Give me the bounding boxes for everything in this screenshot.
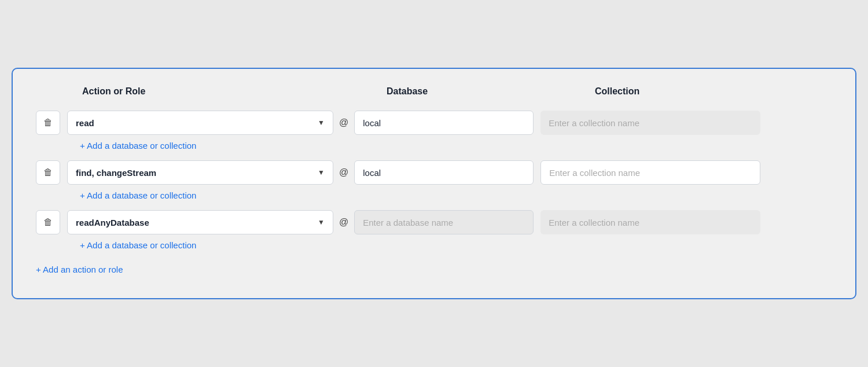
database-input-2[interactable] [354,160,534,185]
at-symbol-3: @ [339,217,348,227]
add-action-role-link[interactable]: + Add an action or role [36,265,123,274]
add-db-col-row-1: + Add a database or collection [36,141,832,151]
action-select-2[interactable]: find, changeStream ▼ [67,160,333,185]
database-input-3[interactable] [354,210,534,234]
delete-button-2[interactable]: 🗑 [36,160,60,185]
header-collection: Collection [595,86,815,97]
add-action-row: + Add an action or role [36,265,832,275]
action-value-3: readAnyDatabase [76,218,149,227]
permission-row-1: 🗑 read ▼ @ + Add a database or collectio… [36,111,832,151]
add-db-col-row-3: + Add a database or collection [36,240,832,251]
database-input-1[interactable] [354,111,534,135]
row-main-1: 🗑 read ▼ @ [36,111,832,135]
permissions-table: Action or Role Database Collection 🗑 rea… [12,68,856,299]
action-select-1[interactable]: read ▼ [67,111,333,135]
at-symbol-1: @ [339,118,348,128]
row-main-3: 🗑 readAnyDatabase ▼ @ [36,210,832,234]
add-database-collection-link-3[interactable]: + Add a database or collection [80,240,196,250]
chevron-down-icon-2: ▼ [318,168,325,177]
trash-icon-1: 🗑 [43,118,53,128]
collection-input-3[interactable] [540,210,760,234]
at-symbol-2: @ [339,167,348,178]
action-select-3[interactable]: readAnyDatabase ▼ [67,210,333,234]
trash-icon-3: 🗑 [43,217,53,227]
table-header: Action or Role Database Collection [36,86,832,97]
delete-button-3[interactable]: 🗑 [36,210,60,234]
chevron-down-icon-1: ▼ [318,119,325,127]
add-database-collection-link-2[interactable]: + Add a database or collection [80,190,196,200]
header-action-or-role: Action or Role [82,86,366,97]
permission-row-3: 🗑 readAnyDatabase ▼ @ + Add a database o… [36,210,832,251]
row-main-2: 🗑 find, changeStream ▼ @ [36,160,832,185]
chevron-down-icon-3: ▼ [318,218,325,226]
trash-icon-2: 🗑 [43,167,53,178]
permission-row-2: 🗑 find, changeStream ▼ @ + Add a databas… [36,160,832,201]
header-database: Database [387,86,572,97]
delete-button-1[interactable]: 🗑 [36,111,60,135]
add-database-collection-link-1[interactable]: + Add a database or collection [80,141,196,151]
collection-input-2[interactable] [540,160,760,185]
action-value-1: read [76,118,94,128]
add-db-col-row-2: + Add a database or collection [36,190,832,201]
action-value-2: find, changeStream [76,168,156,178]
collection-input-1[interactable] [540,111,760,135]
